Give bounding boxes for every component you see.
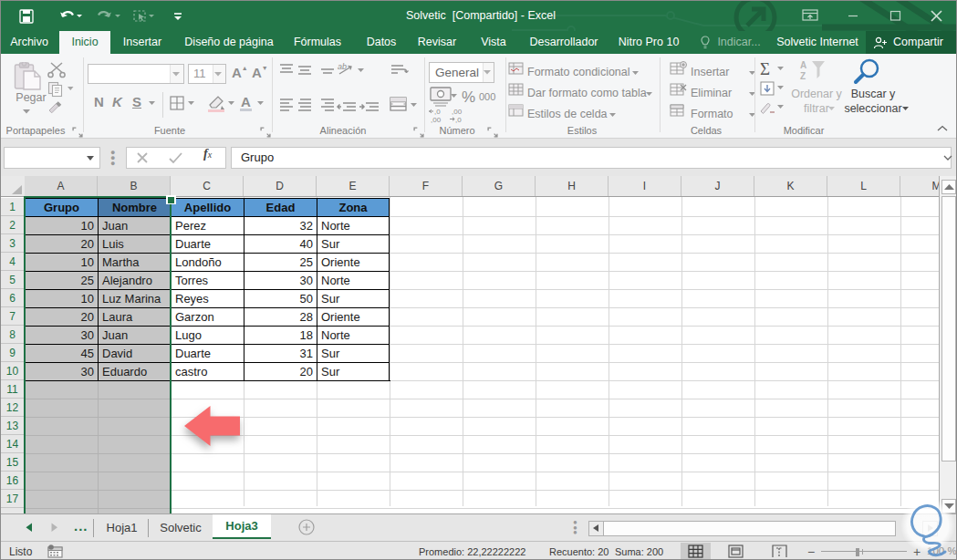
svg-text:A: A [800,60,806,70]
svg-text:Z: Z [800,71,806,81]
svg-text:,00: ,00 [431,116,442,124]
svg-text:,0: ,0 [455,116,462,124]
